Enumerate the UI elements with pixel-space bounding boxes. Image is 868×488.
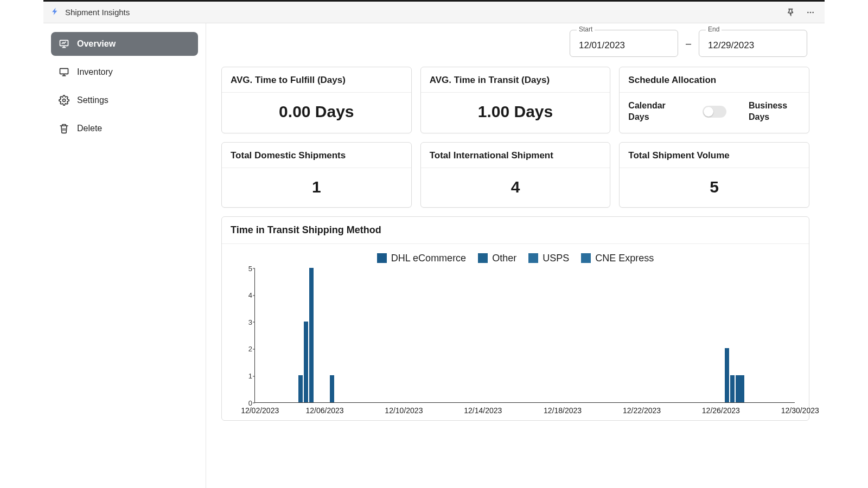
metric-volume: Total Shipment Volume 5 <box>619 142 809 208</box>
legend-item[interactable]: Other <box>478 253 516 264</box>
start-date-label: Start <box>577 25 595 33</box>
sidebar-item-inventory[interactable]: Inventory <box>51 60 198 84</box>
presentation-chart-icon <box>59 38 69 49</box>
chart-area: 012345 12/02/202312/06/202312/10/202312/… <box>241 268 795 415</box>
gear-icon <box>59 95 69 106</box>
start-date-value: 12/01/2023 <box>579 40 669 51</box>
chart-bar <box>736 375 740 402</box>
metric-avg-fulfill: AVG. Time to Fulfill (Days) 0.00 Days <box>221 67 412 133</box>
sidebar-item-settings[interactable]: Settings <box>51 88 198 112</box>
metric-value: 0.00 Days <box>228 102 405 121</box>
pin-button[interactable] <box>784 6 797 19</box>
chart-bar <box>309 268 314 402</box>
monitor-icon <box>59 67 69 78</box>
chart-y-tick: 2 <box>248 345 252 353</box>
chart-y-tick: 3 <box>248 318 252 326</box>
chart-bar <box>330 375 334 402</box>
top-bar: Shipment Insights <box>43 2 825 23</box>
schedule-business-label: Business Days <box>749 100 800 123</box>
chart-plot <box>254 268 795 403</box>
legend-label: Other <box>492 253 516 264</box>
metric-title: AVG. Time in Transit (Days) <box>421 67 610 93</box>
legend-swatch-icon <box>478 253 488 263</box>
metric-title: AVG. Time to Fulfill (Days) <box>222 67 411 93</box>
chart-y-tick: 4 <box>248 291 252 299</box>
chart-x-tick: 12/22/2023 <box>623 406 661 415</box>
metric-title: Total Domestic Shipments <box>222 143 411 168</box>
sidebar-item-delete[interactable]: Delete <box>51 117 198 140</box>
app-title: Shipment Insights <box>65 8 130 17</box>
sidebar-item-label: Inventory <box>77 67 113 77</box>
toggle-knob <box>704 107 713 117</box>
sidebar-item-label: Delete <box>77 124 102 133</box>
metric-avg-transit: AVG. Time in Transit (Days) 1.00 Days <box>420 67 611 133</box>
date-range-dash: – <box>686 38 691 49</box>
chart-bar <box>298 375 303 402</box>
sidebar-item-label: Overview <box>77 39 116 49</box>
metric-value: 4 <box>427 178 604 196</box>
chart-y-tick: 1 <box>248 372 252 380</box>
metric-title: Schedule Allocation <box>620 67 809 93</box>
more-button[interactable] <box>804 6 817 19</box>
svg-point-1 <box>807 11 809 13</box>
legend-item[interactable]: DHL eCommerce <box>377 253 466 264</box>
metric-value: 5 <box>626 178 802 196</box>
metric-international: Total International Shipment 4 <box>420 142 611 208</box>
sidebar-item-overview[interactable]: Overview <box>51 32 198 56</box>
svg-point-3 <box>812 11 814 13</box>
end-date-input[interactable]: End 12/29/2023 <box>699 30 807 57</box>
metric-value: 1.00 Days <box>427 102 604 121</box>
legend-label: USPS <box>542 253 569 264</box>
chart-x-tick: 12/10/2023 <box>385 406 423 415</box>
metric-value: 1 <box>228 178 405 196</box>
legend-swatch-icon <box>528 253 538 263</box>
legend-swatch-icon <box>581 253 591 263</box>
main-content: Start 12/01/2023 – End 12/29/2023 AVG. T… <box>206 23 825 488</box>
chart-legend: DHL eCommerce Other USPS CNE Express <box>232 253 799 264</box>
chart-x-tick: 12/14/2023 <box>464 406 502 415</box>
sidebar: Overview Inventory Settings Delete <box>43 23 206 488</box>
legend-label: CNE Express <box>595 253 654 264</box>
chart-card: Time in Transit Shipping Method DHL eCom… <box>221 216 809 421</box>
chart-bar <box>740 375 744 402</box>
date-range-row: Start 12/01/2023 – End 12/29/2023 <box>221 30 809 57</box>
chart-bar <box>304 322 308 402</box>
schedule-toggle[interactable] <box>703 106 726 118</box>
chart-x-axis: 12/02/202312/06/202312/10/202312/14/2023… <box>241 404 795 415</box>
chart-x-tick: 12/26/2023 <box>702 406 740 415</box>
svg-point-2 <box>810 11 812 13</box>
sidebar-item-label: Settings <box>77 95 108 105</box>
end-date-value: 12/29/2023 <box>708 40 798 51</box>
chart-y-axis: 012345 <box>241 268 252 403</box>
chart-x-tick: 12/02/2023 <box>241 406 279 415</box>
legend-item[interactable]: CNE Express <box>581 253 654 264</box>
schedule-allocation-card: Schedule Allocation Calendar Days Busine… <box>619 67 809 133</box>
legend-label: DHL eCommerce <box>391 253 466 264</box>
end-date-label: End <box>706 25 722 33</box>
chart-x-tick: 12/30/2023 <box>781 406 819 415</box>
metric-domestic: Total Domestic Shipments 1 <box>221 142 412 208</box>
legend-item[interactable]: USPS <box>528 253 569 264</box>
legend-swatch-icon <box>377 253 387 263</box>
svg-rect-5 <box>60 68 68 74</box>
schedule-calendar-label: Calendar Days <box>628 100 680 123</box>
trash-icon <box>59 123 69 134</box>
metric-title: Total International Shipment <box>421 143 610 168</box>
chart-x-tick: 12/18/2023 <box>544 406 582 415</box>
chart-title: Time in Transit Shipping Method <box>222 217 809 244</box>
bolt-icon <box>51 7 60 18</box>
chart-bar <box>730 375 735 402</box>
start-date-input[interactable]: Start 12/01/2023 <box>570 30 678 57</box>
chart-y-tick: 5 <box>248 264 252 272</box>
chart-x-tick: 12/06/2023 <box>305 406 343 415</box>
metric-title: Total Shipment Volume <box>620 143 809 168</box>
chart-bar <box>725 348 729 402</box>
svg-point-6 <box>63 99 66 102</box>
